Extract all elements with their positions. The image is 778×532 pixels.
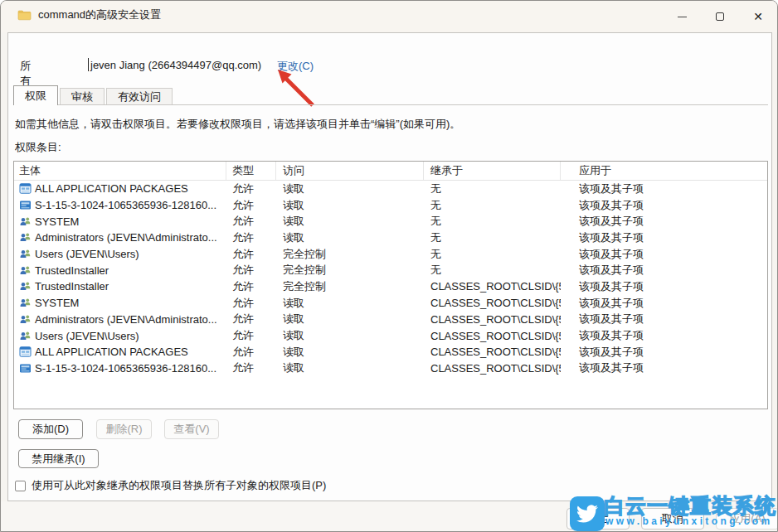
header-applies-to[interactable]: 应用于 <box>561 162 767 180</box>
header-access[interactable]: 访问 <box>276 162 424 180</box>
app-packages-icon <box>19 346 32 357</box>
user-group-icon <box>19 331 32 341</box>
table-row[interactable]: SYSTEM 允许 读取 CLASSES_ROOT\CLSID\{52... 该… <box>14 295 767 312</box>
entry-type: 允许 <box>226 230 276 245</box>
ok-button[interactable]: 确定 <box>566 508 630 530</box>
table-row[interactable]: ALL APPLICATION PACKAGES 允许 读取 CLASSES_R… <box>14 344 767 360</box>
table-row[interactable]: S-1-15-3-1024-1065365936-128160... 允许 读取… <box>14 197 767 214</box>
replace-permissions-checkbox[interactable] <box>15 481 26 491</box>
table-row[interactable]: Users (JEVEN\Users) 允许 读取 CLASSES_ROOT\C… <box>14 327 767 344</box>
table-row[interactable]: TrustedInstaller 允许 完全控制 无 该项及其子项 <box>14 262 767 278</box>
principal-name: ALL APPLICATION PACKAGES <box>35 346 188 358</box>
table-row[interactable]: Users (JEVEN\Users) 允许 完全控制 无 该项及其子项 <box>14 246 767 263</box>
add-button[interactable]: 添加(D) <box>18 419 83 439</box>
maximize-icon <box>716 12 724 21</box>
entry-inherited-from: CLASSES_ROOT\CLSID\{52... <box>424 280 561 293</box>
entry-access: 读取 <box>276 198 424 213</box>
table-header-row: 主体 类型 访问 继承于 应用于 <box>14 162 767 181</box>
minimize-button[interactable] <box>663 1 701 32</box>
permission-table-body: ALL APPLICATION PACKAGES 允许 读取 无 该项及其子项 <box>14 181 767 376</box>
permission-entries-label: 权限条目: <box>15 140 61 155</box>
owner-value: jeven Jiang (2664394497@qq.com) <box>90 59 261 71</box>
entry-applies-to: 该项及其子项 <box>561 312 767 326</box>
entry-inherited-from: 无 <box>424 198 561 213</box>
tab-auditing[interactable]: 审核 <box>60 88 105 105</box>
user-group-icon <box>19 314 32 325</box>
entry-applies-to: 该项及其子项 <box>561 181 767 196</box>
cancel-button[interactable]: 取消 <box>641 508 704 530</box>
user-group-icon <box>19 281 32 292</box>
entry-inherited-from: 无 <box>424 214 561 229</box>
entry-type: 允许 <box>226 214 276 229</box>
entry-type: 允许 <box>226 181 276 196</box>
app-packages-icon <box>19 183 32 194</box>
entry-type: 允许 <box>226 312 276 326</box>
minimize-icon <box>678 17 687 17</box>
header-type[interactable]: 类型 <box>226 162 276 180</box>
principal-name: Users (JEVEN\Users) <box>35 248 139 260</box>
entry-applies-to: 该项及其子项 <box>561 198 767 213</box>
header-principal[interactable]: 主体 <box>14 162 226 180</box>
entry-type: 允许 <box>226 263 276 278</box>
table-row[interactable]: SYSTEM 允许 读取 无 该项及其子项 <box>14 213 767 230</box>
view-button[interactable]: 查看(V) <box>164 419 219 439</box>
dialog-body: 所有者: jeven Jiang (2664394497@qq.com) 更改(… <box>7 32 772 501</box>
apply-button[interactable]: 应用(A) <box>716 508 778 530</box>
tab-bar: 权限 审核 有效访问 <box>13 85 174 105</box>
change-owner-link[interactable]: 更改(C) <box>277 59 314 74</box>
principal-name: Users (JEVEN\Users) <box>35 330 139 342</box>
entry-inherited-from: CLASSES_ROOT\CLSID\{52... <box>424 346 561 358</box>
entry-access: 读取 <box>276 345 424 360</box>
table-row[interactable]: TrustedInstaller 允许 完全控制 CLASSES_ROOT\CL… <box>14 278 767 295</box>
user-group-icon <box>19 216 32 227</box>
entry-applies-to: 该项及其子项 <box>561 247 767 262</box>
table-row[interactable]: Administrators (JEVEN\Administrato... 允许… <box>14 312 767 328</box>
entry-applies-to: 该项及其子项 <box>561 230 767 245</box>
entry-applies-to: 该项及其子项 <box>561 360 767 375</box>
entry-type: 允许 <box>226 328 276 343</box>
user-group-icon <box>19 297 32 308</box>
entry-inherited-from: CLASSES_ROOT\CLSID\{52... <box>424 297 561 309</box>
entry-type: 允许 <box>226 345 276 360</box>
user-group-icon <box>19 232 32 243</box>
header-inherited-from[interactable]: 继承于 <box>424 162 561 180</box>
entry-access: 读取 <box>276 296 424 311</box>
close-button[interactable]: ✕ <box>739 1 777 32</box>
window-controls: ✕ <box>663 1 777 32</box>
tab-label: 有效访问 <box>118 89 161 104</box>
titlebar: command的高级安全设置 ✕ <box>1 1 777 32</box>
principal-name: Administrators (JEVEN\Administrato... <box>35 313 217 326</box>
tab-effective-access[interactable]: 有效访问 <box>106 88 173 105</box>
user-group-icon <box>19 249 32 259</box>
entry-access: 完全控制 <box>276 263 424 278</box>
disable-inheritance-button[interactable]: 禁用继承(I) <box>18 449 99 468</box>
remove-button[interactable]: 删除(R) <box>96 419 152 439</box>
principal-name: SYSTEM <box>35 215 79 228</box>
maximize-button[interactable] <box>701 1 739 32</box>
entry-applies-to: 该项及其子项 <box>561 263 767 278</box>
entry-applies-to: 该项及其子项 <box>561 214 767 229</box>
user-group-icon <box>19 265 32 276</box>
title-group: command的高级安全设置 <box>17 7 161 22</box>
table-row[interactable]: S-1-15-3-1024-1065365936-128160... 允许 读取… <box>14 360 767 377</box>
tab-label: 权限 <box>25 89 46 104</box>
entry-type: 允许 <box>226 296 276 311</box>
tab-permissions[interactable]: 权限 <box>13 85 58 105</box>
entry-type: 允许 <box>226 198 276 213</box>
replace-permissions-label: 使用可从此对象继承的权限项目替换所有子对象的权限项目(P) <box>32 478 326 493</box>
entry-applies-to: 该项及其子项 <box>561 328 767 343</box>
entry-access: 完全控制 <box>276 279 424 294</box>
entry-access: 读取 <box>276 312 424 326</box>
sid-principal-icon <box>19 363 32 374</box>
entry-inherited-from: CLASSES_ROOT\CLSID\{52... <box>424 330 561 342</box>
table-row[interactable]: Administrators (JEVEN\Administrato... 允许… <box>14 230 767 246</box>
entry-inherited-from: 无 <box>424 247 561 262</box>
permission-entries-table[interactable]: 主体 类型 访问 继承于 应用于 <box>13 161 768 409</box>
entry-access: 读取 <box>276 360 424 375</box>
entry-inherited-from: CLASSES_ROOT\CLSID\{52... <box>424 313 561 326</box>
folder-icon <box>17 9 32 21</box>
table-row[interactable]: ALL APPLICATION PACKAGES 允许 读取 无 该项及其子项 <box>14 181 767 197</box>
entry-access: 读取 <box>276 214 424 229</box>
entry-access: 完全控制 <box>276 247 424 262</box>
entry-inherited-from: CLASSES_ROOT\CLSID\{52... <box>424 362 561 375</box>
